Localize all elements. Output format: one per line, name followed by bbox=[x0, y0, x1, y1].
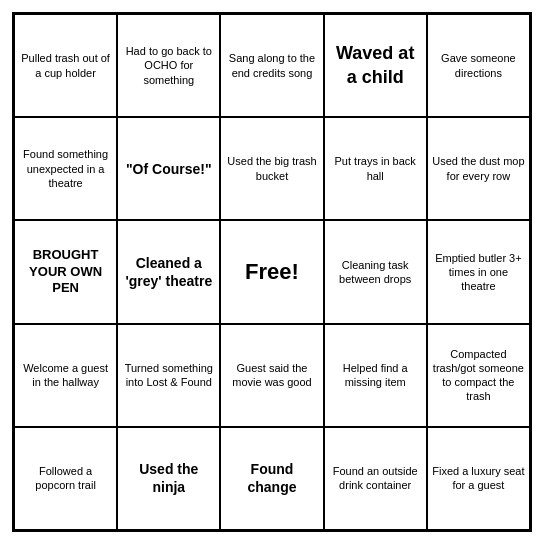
bingo-cell-r0c1[interactable]: Had to go back to OCHO for something bbox=[117, 14, 220, 117]
bingo-cell-r1c0[interactable]: Found something unexpected in a theatre bbox=[14, 117, 117, 220]
bingo-cell-r4c0[interactable]: Followed a popcorn trail bbox=[14, 427, 117, 530]
bingo-cell-r3c4[interactable]: Compacted trash/got someone to compact t… bbox=[427, 324, 530, 427]
bingo-cell-r4c2[interactable]: Found change bbox=[220, 427, 323, 530]
bingo-cell-r0c0[interactable]: Pulled trash out of a cup holder bbox=[14, 14, 117, 117]
bingo-cell-r0c4[interactable]: Gave someone directions bbox=[427, 14, 530, 117]
bingo-cell-r1c3[interactable]: Put trays in back hall bbox=[324, 117, 427, 220]
bingo-cell-r3c3[interactable]: Helped find a missing item bbox=[324, 324, 427, 427]
bingo-cell-r0c3[interactable]: Waved at a child bbox=[324, 14, 427, 117]
bingo-cell-r1c1[interactable]: "Of Course!" bbox=[117, 117, 220, 220]
bingo-cell-r2c1[interactable]: Cleaned a 'grey' theatre bbox=[117, 220, 220, 323]
bingo-cell-r1c4[interactable]: Used the dust mop for every row bbox=[427, 117, 530, 220]
bingo-cell-r4c3[interactable]: Found an outside drink container bbox=[324, 427, 427, 530]
bingo-cell-r2c3[interactable]: Cleaning task between drops bbox=[324, 220, 427, 323]
bingo-cell-r3c1[interactable]: Turned something into Lost & Found bbox=[117, 324, 220, 427]
bingo-cell-r2c4[interactable]: Emptied butler 3+ times in one theatre bbox=[427, 220, 530, 323]
bingo-cell-r2c0[interactable]: BROUGHT YOUR OWN PEN bbox=[14, 220, 117, 323]
bingo-cell-r2c2[interactable]: Free! bbox=[220, 220, 323, 323]
bingo-cell-r1c2[interactable]: Used the big trash bucket bbox=[220, 117, 323, 220]
bingo-cell-r3c0[interactable]: Welcome a guest in the hallway bbox=[14, 324, 117, 427]
bingo-cell-r0c2[interactable]: Sang along to the end credits song bbox=[220, 14, 323, 117]
bingo-cell-r4c1[interactable]: Used the ninja bbox=[117, 427, 220, 530]
bingo-cell-r4c4[interactable]: Fixed a luxury seat for a guest bbox=[427, 427, 530, 530]
bingo-board: Pulled trash out of a cup holderHad to g… bbox=[12, 12, 532, 532]
bingo-cell-r3c2[interactable]: Guest said the movie was good bbox=[220, 324, 323, 427]
